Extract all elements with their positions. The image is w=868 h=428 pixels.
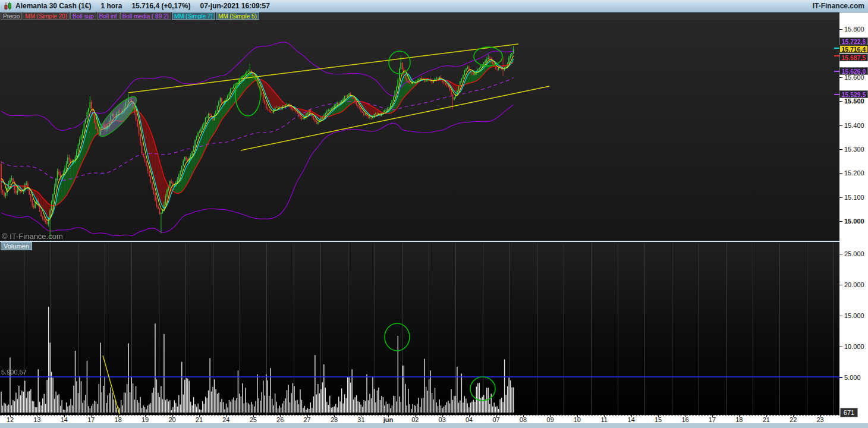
top-bar: Alemania 30 Cash (1€) 1 hora 15.716,4 (+… [0, 0, 868, 12]
datetime-label: 07-jun-2021 16:09:57 [200, 2, 270, 10]
line-end-tick [834, 55, 839, 56]
indicator-chip-mm-simple-5[interactable]: MM (Simple 5) [216, 12, 259, 20]
line-end-tick [834, 48, 839, 49]
price-tick-label: 15.400 [844, 122, 864, 129]
time-label-jun: jun [383, 416, 394, 423]
trading-app-window: Alemania 30 Cash (1€) 1 hora 15.716,4 (+… [0, 0, 868, 428]
time-label-23: 23 [816, 416, 823, 423]
time-axis-border [0, 415, 839, 416]
indicator-chip-precio[interactable]: Precio [1, 12, 22, 20]
bar-count-badge: 671 [840, 408, 858, 417]
price-marker-badge: 15.722,6 [839, 37, 868, 45]
volume-tick-label: 25.000 [844, 250, 864, 257]
volume-tick [839, 377, 842, 378]
time-label-17: 17 [709, 416, 716, 423]
time-label-03: 03 [439, 416, 446, 423]
time-label-12: 12 [7, 416, 14, 423]
time-label-13: 13 [33, 416, 40, 423]
time-label-24: 24 [222, 416, 229, 423]
price-tick [839, 29, 842, 30]
time-label-21: 21 [763, 416, 770, 423]
time-label-09: 09 [546, 416, 553, 423]
time-label-28: 28 [331, 416, 338, 423]
time-axis[interactable]: 1213141718192021242526272831jun020304070… [0, 415, 868, 423]
volume-panel[interactable] [0, 242, 839, 415]
candlestick-icon [4, 2, 12, 11]
price-tick [839, 77, 842, 78]
line-end-tick [834, 71, 839, 72]
price-tick-label: 15.300 [844, 146, 864, 153]
volume-chart-canvas[interactable] [0, 242, 839, 415]
volume-indicator-chip[interactable]: Volumen [1, 242, 32, 250]
brand-label: IT-Finance.com [813, 2, 864, 10]
price-tick [839, 125, 842, 126]
watermark: © IT-Finance.com [2, 232, 63, 241]
price-chart-canvas[interactable] [0, 20, 839, 241]
time-label-20: 20 [168, 416, 175, 423]
indicator-chip-boll-inf[interactable]: Boll inf [97, 12, 119, 20]
time-label-04: 04 [466, 416, 473, 423]
time-label-02: 02 [411, 416, 419, 423]
price-tick-label: 15.800 [844, 26, 864, 33]
time-label-18: 18 [735, 416, 743, 423]
time-label-15: 15 [655, 416, 662, 423]
time-label-26: 26 [276, 416, 284, 423]
time-label-18: 18 [115, 416, 122, 423]
volume-tick [839, 316, 842, 316]
volume-tick-label: 15.000 [844, 312, 864, 319]
price-axis[interactable]: 15.80015.60015.50015.40015.30015.20015.1… [839, 12, 868, 423]
volume-tick-label: 5.000 [844, 374, 861, 381]
time-label-11: 11 [601, 416, 608, 423]
time-label-19: 19 [141, 416, 149, 423]
time-label-14: 14 [61, 416, 68, 423]
bottom-margin [0, 423, 868, 428]
price-marker-badge: 15.626,0 [839, 67, 868, 75]
price-marker-badge: 15.687,5 [839, 54, 868, 61]
last-price-label: 15.716,4 (+0,17%) [131, 2, 190, 10]
time-label-08: 08 [520, 416, 527, 423]
price-panel[interactable] [0, 20, 839, 241]
volume-tick [839, 254, 842, 254]
volume-tick [839, 285, 842, 285]
indicator-row: PrecioMM (Simple 20)Boll supBoll infBoll… [0, 12, 839, 20]
time-label-10: 10 [574, 416, 581, 423]
time-label-27: 27 [303, 416, 310, 423]
price-marker-badge: 15.716,4 [839, 45, 868, 53]
time-label-22: 22 [790, 416, 797, 423]
volume-tick-label: 20.000 [844, 281, 864, 288]
time-label-31: 31 [357, 416, 364, 423]
time-label-16: 16 [681, 416, 688, 423]
threshold-tick [839, 377, 842, 377]
line-end-tick [834, 94, 839, 95]
indicator-chip-boll-sup[interactable]: Boll sup [70, 12, 96, 20]
volume-tick-label: 10.000 [844, 343, 864, 350]
price-tick-label: 15.000 [844, 218, 864, 225]
price-tick-label: 15.200 [844, 169, 864, 177]
timeframe-label: 1 hora [100, 2, 122, 10]
price-tick-label: 15.100 [844, 194, 864, 201]
price-tick [839, 101, 842, 102]
price-tick-label: 15.500 [844, 97, 864, 105]
indicator-chip-mm-simple-20[interactable]: MM (Simple 20) [23, 12, 70, 20]
time-label-21: 21 [196, 416, 203, 423]
time-label-07: 07 [492, 416, 499, 423]
time-label-17: 17 [87, 416, 95, 423]
price-tick [839, 173, 842, 174]
price-marker-badge: 15.529,5 [839, 90, 868, 98]
volume-tick [839, 347, 842, 347]
volume-threshold-label: 5.900,57 [1, 369, 27, 376]
instrument-title: Alemania 30 Cash (1€) [15, 2, 91, 10]
price-tick [839, 149, 842, 150]
time-label-14: 14 [628, 416, 635, 423]
price-tick [839, 197, 842, 198]
indicator-chip-boll-media-89-2[interactable]: Boll media ( 89 2) [120, 12, 171, 20]
time-label-25: 25 [250, 416, 257, 423]
indicator-chip-mm-simple-7[interactable]: MM (Simple 7) [172, 12, 215, 20]
price-tick [839, 221, 842, 222]
